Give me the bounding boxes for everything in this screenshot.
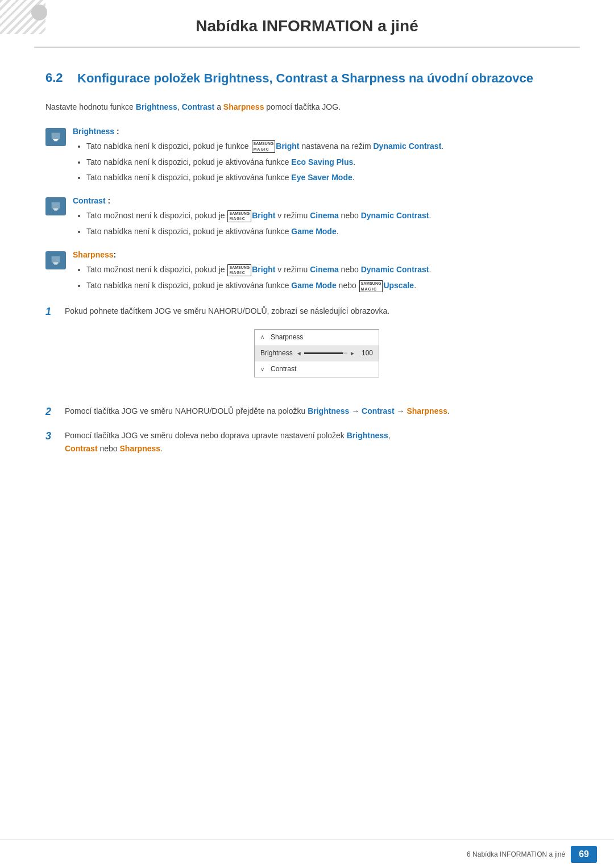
- brightness-title-text: Brightness: [73, 127, 114, 136]
- osd-left-arrow: ◄: [296, 349, 302, 358]
- step-1-content: Pokud pohnete tlačítkem JOG ve směru NAH…: [65, 305, 569, 393]
- osd-brightness-value: 100: [359, 348, 373, 359]
- bright-label-2: Bright: [252, 211, 275, 220]
- eye-saver-mode: Eye Saver Mode: [291, 173, 352, 182]
- svg-rect-4: [53, 263, 58, 264]
- dynamic-contrast-2: Dynamic Contrast: [361, 211, 429, 220]
- contrast-icon-svg: [49, 200, 62, 213]
- contrast-bullets: Tato možnost není k dispozici, pokud je …: [73, 210, 569, 238]
- brightness-title-colon: :: [114, 127, 119, 136]
- samsung-magic-2: SAMSUNGMAGIC: [227, 210, 251, 223]
- brightness-bullet-2: Tato nabídka není k dispozici, pokud je …: [86, 156, 569, 168]
- osd-slider-track: [304, 352, 347, 354]
- game-mode-2: Game Mode: [291, 281, 336, 290]
- brightness-bullet-1: Tato nabídka není k dispozici, pokud je …: [86, 140, 569, 153]
- osd-up-arrow: ∧: [260, 333, 267, 342]
- dynamic-contrast-3: Dynamic Contrast: [361, 265, 429, 274]
- step-2-number: 2: [45, 406, 57, 418]
- brightness-content: Brightness : Tato nabídka není k dispozi…: [73, 127, 569, 187]
- svg-rect-1: [54, 140, 57, 141]
- samsung-magic-3: SAMSUNGMAGIC: [227, 264, 251, 277]
- step-3-sharpness: Sharpness: [120, 444, 161, 453]
- sharpness-bullets: Tato možnost není k dispozici, pokud je …: [73, 264, 569, 292]
- step-2-brightness: Brightness: [308, 406, 349, 416]
- sharpness-title-colon: :: [114, 250, 117, 259]
- samsung-magic-1: SAMSUNGMAGIC: [252, 140, 276, 153]
- intro-paragraph: Nastavte hodnotu funkce Brightness, Cont…: [45, 101, 569, 113]
- contrast-title-text: Contrast: [73, 196, 106, 205]
- contrast-icon: [45, 197, 66, 215]
- section-number: 6.2: [45, 70, 68, 85]
- svg-rect-5: [54, 264, 57, 265]
- intro-comma1: ,: [177, 102, 182, 111]
- intro-text: Nastavte hodnotu funkce: [45, 102, 136, 111]
- brightness-icon: [45, 128, 66, 146]
- brightness-title: Brightness :: [73, 127, 569, 136]
- contrast-block: Contrast : Tato možnost není k dispozici…: [45, 196, 569, 241]
- step-3-block: 3 Pomocí tlačítka JOG ve směru doleva ne…: [45, 429, 569, 455]
- contrast-content: Contrast : Tato možnost není k dispozici…: [73, 196, 569, 241]
- main-content: 6.2 Konfigurace položek Brightness, Cont…: [0, 48, 614, 512]
- step-1-number: 1: [45, 306, 57, 318]
- osd-right-arrow: ►: [350, 349, 355, 358]
- sharpness-title: Sharpness:: [73, 250, 569, 259]
- osd-contrast-label: Contrast: [271, 364, 373, 375]
- page-title: Nabídka INFORMATION a jiné: [34, 17, 580, 35]
- sharpness-icon: [45, 251, 66, 269]
- upscale-label: Upscale: [383, 281, 414, 290]
- osd-brightness-label: Brightness: [260, 348, 293, 359]
- step-3-brightness: Brightness: [347, 431, 388, 440]
- svg-rect-3: [54, 210, 57, 211]
- section-title: Konfigurace položek Brightness, Contrast…: [77, 70, 533, 87]
- intro-sharpness: Sharpness: [223, 102, 264, 111]
- sharpness-title-text: Sharpness: [73, 250, 114, 259]
- step-2-contrast: Contrast: [362, 406, 395, 416]
- cinema-1: Cinema: [310, 211, 339, 220]
- step-1-block: 1 Pokud pohnete tlačítkem JOG ve směru N…: [45, 305, 569, 393]
- dynamic-contrast-1: Dynamic Contrast: [373, 142, 441, 151]
- step-3-content: Pomocí tlačítka JOG ve směru doleva nebo…: [65, 429, 569, 455]
- intro-suffix: pomocí tlačítka JOG.: [264, 102, 341, 111]
- osd-row-sharpness: ∧ Sharpness: [255, 330, 379, 346]
- osd-slider-area: ◄ ►: [296, 349, 355, 358]
- osd-sharpness-label: Sharpness: [271, 332, 373, 343]
- cinema-2: Cinema: [310, 265, 339, 274]
- brightness-bullet-3: Tato nabídka není k dispozici, pokud je …: [86, 172, 569, 184]
- contrast-bullet-1: Tato možnost není k dispozici, pokud je …: [86, 210, 569, 222]
- eco-saving-plus: Eco Saving Plus: [291, 157, 353, 167]
- osd-down-arrow: ∨: [260, 365, 267, 374]
- svg-rect-0: [53, 139, 58, 140]
- step-3-number: 3: [45, 430, 57, 442]
- step-3-contrast: Contrast: [65, 444, 98, 453]
- step-2-block: 2 Pomocí tlačítka JOG ve směru NAHORU/DO…: [45, 405, 569, 418]
- sharpness-bullet-2: Tato nabídka není k dispozici, pokud je …: [86, 280, 569, 292]
- brightness-block: Brightness : Tato nabídka není k dispozi…: [45, 127, 569, 187]
- bright-label-1: Bright: [276, 142, 299, 151]
- contrast-bullet-2: Tato nabídka není k dispozici, pokud je …: [86, 226, 569, 238]
- page-footer: 6 Nabídka INFORMATION a jiné 69: [0, 840, 614, 868]
- samsung-magic-4: SAMSUNGMAGIC: [359, 280, 383, 293]
- section-heading: 6.2 Konfigurace položek Brightness, Cont…: [45, 70, 569, 87]
- brightness-bullets: Tato nabídka není k dispozici, pokud je …: [73, 140, 569, 184]
- osd-row-brightness: Brightness ◄ ► 100: [255, 346, 379, 362]
- page-header: Nabídka INFORMATION a jiné: [34, 0, 580, 48]
- footer-page-number: 69: [571, 846, 597, 863]
- intro-a: a: [214, 102, 223, 111]
- contrast-title: Contrast :: [73, 196, 569, 205]
- osd-slider-fill: [304, 352, 343, 354]
- osd-row-contrast: ∨ Contrast: [255, 362, 379, 377]
- sharpness-icon-svg: [49, 254, 62, 267]
- game-mode-1: Game Mode: [291, 227, 336, 236]
- contrast-title-colon: :: [106, 196, 111, 205]
- osd-widget: ∧ Sharpness Brightness ◄ ► 100: [254, 329, 379, 378]
- step-2-sharpness: Sharpness: [406, 406, 447, 416]
- sharpness-bullet-1: Tato možnost není k dispozici, pokud je …: [86, 264, 569, 276]
- top-circle-decoration: [31, 5, 47, 20]
- intro-contrast: Contrast: [182, 102, 215, 111]
- intro-brightness: Brightness: [136, 102, 177, 111]
- sharpness-content: Sharpness: Tato možnost není k dispozici…: [73, 250, 569, 296]
- sharpness-block: Sharpness: Tato možnost není k dispozici…: [45, 250, 569, 296]
- step-1-text: Pokud pohnete tlačítkem JOG ve směru NAH…: [65, 306, 389, 315]
- bright-label-3: Bright: [252, 265, 275, 274]
- brightness-icon-svg: [49, 131, 62, 143]
